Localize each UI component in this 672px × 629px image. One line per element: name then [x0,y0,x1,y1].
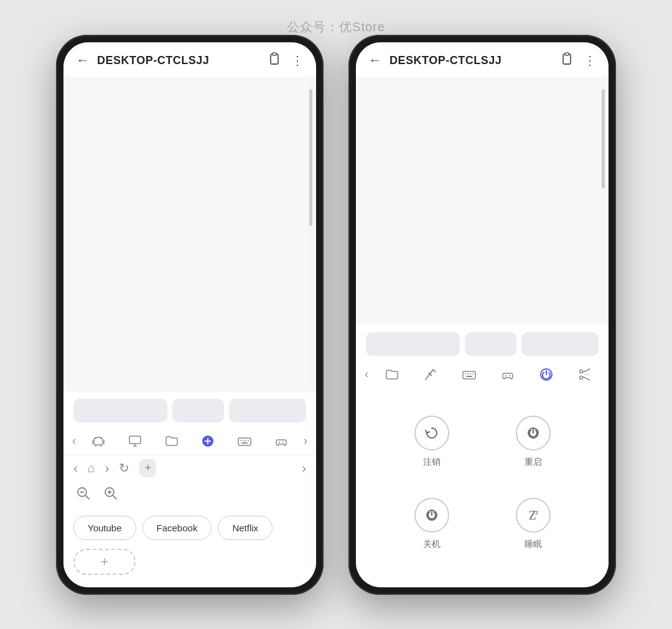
bottom-panel-left: ‹ [63,391,316,587]
top-bar-right: ← DESKTOP-CTCLSJJ ⋮ [356,42,609,77]
svg-line-49 [583,376,590,380]
facebook-link[interactable]: Facebook [142,516,212,540]
toolbar-prev[interactable]: ‹ [68,432,80,450]
scroll-area-right [356,77,609,325]
svg-line-48 [583,369,590,373]
shortcut-3 [229,399,306,422]
svg-line-34 [433,370,436,372]
scroll-area-left [63,77,316,391]
toolbar-next[interactable]: › [300,432,311,450]
svg-point-46 [580,370,583,373]
shortcut-1 [73,399,167,422]
svg-line-32 [426,370,433,380]
browser-back[interactable]: ‹ [73,461,78,475]
browser-more[interactable]: › [302,461,306,475]
phone-left: ← DESKTOP-CTCLSJJ ⋮ [56,35,324,595]
browser-add-tab[interactable]: + [139,459,156,477]
gamepad-icon-right[interactable] [489,363,526,386]
more-icon-right[interactable]: ⋮ [584,53,596,68]
quick-links-row: Youtube Facebook Netflix [63,510,316,546]
top-icons-right: ⋮ [560,52,596,69]
shortcut-r2 [465,332,516,356]
zoom-row [63,481,316,510]
folder-icon-left[interactable] [154,430,189,452]
browser-forward[interactable]: › [105,461,110,475]
netflix-link[interactable]: Netflix [218,516,273,540]
more-icon-left[interactable]: ⋮ [291,53,304,68]
power-item-shutdown[interactable]: 关机 [381,483,482,565]
shortcut-r1 [366,332,460,356]
svg-rect-31 [565,53,569,55]
scissors-icon-right[interactable] [566,363,604,386]
folder-icon-right[interactable] [373,363,411,386]
magic-icon-right[interactable] [412,363,449,386]
svg-point-47 [580,376,583,379]
toolbar-prev-right[interactable]: ‹ [361,365,372,383]
shutdown-icon [414,498,449,533]
top-icons-left: ⋮ [268,52,304,69]
scene: 公众号：优Store ← DESKTOP-CTCLSJJ ⋮ [0,0,672,629]
svg-line-25 [85,495,89,499]
svg-point-43 [509,375,510,376]
gamepad-icon-left[interactable] [263,430,299,452]
browser-nav-left: ‹ ⌂ › ↻ + › [63,455,316,481]
browser-refresh[interactable]: ↻ [119,460,129,475]
logout-icon [414,416,449,450]
restart-icon [516,416,551,450]
browser-home[interactable]: ⌂ [88,461,95,475]
android-icon[interactable] [81,430,116,452]
clipboard-icon-right[interactable] [560,52,574,69]
svg-point-22 [282,441,284,442]
phone-right-inner: ← DESKTOP-CTCLSJJ ⋮ [356,42,609,587]
power-icon-right[interactable] [528,363,565,386]
shortcuts-row-left [63,391,316,427]
svg-rect-8 [129,436,141,444]
phone-left-inner: ← DESKTOP-CTCLSJJ ⋮ [63,42,316,587]
magic-icon-left[interactable] [190,430,226,452]
scrollbar-right[interactable] [602,89,605,189]
power-item-sleep[interactable]: Zz 睡眠 [482,483,584,565]
zoom-out-btn[interactable] [76,486,91,505]
watermark: 公众号：优Store [287,19,385,35]
sleep-label: 睡眠 [525,539,542,550]
svg-rect-35 [463,371,475,379]
power-item-logout[interactable]: 注销 [381,401,482,483]
title-left: DESKTOP-CTCLSJJ [97,54,268,67]
back-button-right[interactable]: ← [368,52,382,68]
power-item-restart[interactable]: 重启 [482,401,584,483]
shortcut-r3 [521,332,599,356]
restart-label: 重启 [525,457,542,468]
shortcut-2 [172,399,224,422]
bottom-panel-right: ‹ [356,325,609,587]
phone-right: ← DESKTOP-CTCLSJJ ⋮ [348,35,616,595]
zoom-in-btn[interactable] [103,486,118,505]
keyboard-icon-right[interactable] [450,363,488,386]
svg-rect-14 [238,438,251,445]
scrollbar-left[interactable] [309,89,312,226]
desktop-icon[interactable] [118,430,153,452]
sleep-icon: Zz [516,498,551,533]
logout-label: 注销 [423,457,441,468]
keyboard-icon-left[interactable] [227,430,263,452]
back-button-left[interactable]: ← [76,52,90,68]
shutdown-label: 关机 [423,539,441,550]
toolbar-left: ‹ [63,427,316,455]
svg-rect-1 [273,53,276,55]
top-bar-left: ← DESKTOP-CTCLSJJ ⋮ [63,42,316,77]
add-shortcut-btn[interactable]: + [73,549,136,575]
toolbar-right: ‹ [356,361,609,388]
shortcuts-row-right [356,325,609,361]
clipboard-icon-left[interactable] [268,52,281,69]
youtube-link[interactable]: Youtube [73,516,136,540]
title-right: DESKTOP-CTCLSJJ [390,54,560,67]
power-grid: 注销 重启 [356,388,609,577]
svg-line-29 [113,495,116,499]
